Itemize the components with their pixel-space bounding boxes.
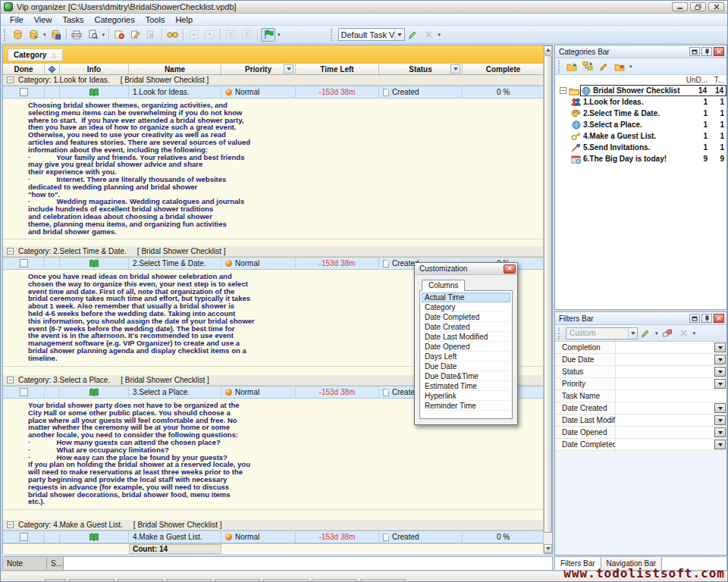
apply-filter-dropdown[interactable]: ▾ xyxy=(655,330,658,336)
date-last-modified-dropdown[interactable] xyxy=(714,415,726,425)
restore-button[interactable] xyxy=(690,2,706,11)
column-option[interactable]: Category xyxy=(422,302,510,312)
pin-panel-button[interactable] xyxy=(701,47,712,56)
completion-dropdown[interactable] xyxy=(714,343,726,352)
filters-toolbar-dropdown[interactable]: ▾ xyxy=(693,330,696,336)
column-option[interactable]: Date Completed xyxy=(422,312,510,322)
done-checkbox[interactable] xyxy=(20,388,28,396)
delete-category-button[interactable] xyxy=(613,60,627,74)
scroll-down-button[interactable] xyxy=(544,544,552,553)
due-date-dropdown[interactable] xyxy=(714,355,726,365)
move-up-button[interactable] xyxy=(202,28,217,42)
edit-task-button[interactable] xyxy=(128,28,143,42)
view-toolbar-dropdown[interactable]: ▾ xyxy=(438,32,441,38)
move-down-button[interactable] xyxy=(187,28,201,42)
save-database-button[interactable] xyxy=(49,28,63,42)
flag-view-dropdown[interactable]: ▾ xyxy=(278,32,281,38)
menu-tools[interactable]: Tools xyxy=(140,14,171,25)
column-option[interactable]: Due Date xyxy=(422,361,510,371)
apply-filter-button[interactable] xyxy=(639,327,653,340)
dialog-close-button[interactable]: ✕ xyxy=(504,264,516,274)
column-priority[interactable]: Priority xyxy=(221,64,296,74)
open-database-dropdown[interactable]: ▾ xyxy=(43,32,46,38)
clear-view-button[interactable] xyxy=(422,28,436,42)
tab-s[interactable]: S... xyxy=(47,557,64,570)
categories-toolbar-dropdown[interactable]: ▾ xyxy=(629,64,632,70)
status-dropdown[interactable] xyxy=(714,367,726,377)
float-panel-button[interactable] xyxy=(689,47,700,56)
new-category-button[interactable] xyxy=(565,60,579,74)
column-option[interactable]: Date Created xyxy=(422,322,510,332)
filter-preset-combobox[interactable]: Custom xyxy=(566,327,638,340)
task-row-4[interactable]: 4.Make a Guest List. Normal -153d 38m Cr… xyxy=(3,530,544,543)
collapse-icon[interactable]: − xyxy=(7,521,14,528)
scroll-up-button[interactable] xyxy=(544,45,552,55)
column-flag[interactable] xyxy=(45,64,60,74)
close-panel-button[interactable]: ✕ xyxy=(714,47,724,56)
open-database-button[interactable] xyxy=(27,28,41,42)
menu-categories[interactable]: Categories xyxy=(89,14,140,25)
task-view-combobox[interactable]: Default Task V xyxy=(338,28,405,41)
date-created-dropdown[interactable] xyxy=(714,403,726,413)
menu-help[interactable]: Help xyxy=(170,14,198,25)
priority-dropdown[interactable] xyxy=(714,379,726,389)
delete-task-button[interactable] xyxy=(144,28,158,42)
task-view-dropdown[interactable] xyxy=(394,29,404,40)
column-option[interactable]: Estimated Time xyxy=(422,381,510,391)
minimize-button[interactable] xyxy=(672,2,688,11)
group-header-1[interactable]: − Category: 1.Look for Ideas. [ Bridal S… xyxy=(3,75,544,86)
edit-category-button[interactable] xyxy=(597,60,611,74)
collapse-icon[interactable]: − xyxy=(7,77,14,83)
tree-item-root[interactable]: − Bridal Shower Checklist 14 14 xyxy=(555,85,726,96)
total-column[interactable]: T... xyxy=(708,76,724,84)
flag-view-button[interactable] xyxy=(261,28,275,42)
date-opened-dropdown[interactable] xyxy=(714,427,726,437)
menu-tasks[interactable]: Tasks xyxy=(57,14,89,25)
menu-view[interactable]: View xyxy=(29,14,58,25)
tree-item-1[interactable]: 1.Look for Ideas. 1 1 xyxy=(555,96,726,108)
print-preview-button[interactable] xyxy=(86,28,100,42)
filter-preset-dropdown[interactable] xyxy=(628,328,637,339)
done-checkbox[interactable] xyxy=(20,533,28,541)
float-panel-button[interactable] xyxy=(689,314,700,323)
collapse-icon[interactable]: − xyxy=(7,248,14,255)
print-dropdown[interactable]: ▾ xyxy=(102,32,105,38)
column-option[interactable]: Days Left xyxy=(422,352,510,361)
column-option[interactable]: Reminder Time xyxy=(422,401,510,411)
date-completed-dropdown[interactable] xyxy=(714,440,726,449)
tree-item-2[interactable]: 2.Select Time & Date. 1 1 xyxy=(555,108,726,119)
selected-category[interactable]: Bridal Shower Checklist 14 14 xyxy=(580,85,726,96)
new-task-button[interactable] xyxy=(112,28,127,42)
print-button[interactable] xyxy=(70,28,84,42)
new-database-button[interactable] xyxy=(11,28,25,42)
priority-filter-dropdown[interactable] xyxy=(284,64,293,74)
column-time-left[interactable]: Time Left xyxy=(296,64,379,74)
grid-vertical-scrollbar[interactable] xyxy=(543,45,552,553)
close-button[interactable] xyxy=(708,2,724,11)
close-panel-button[interactable]: ✕ xyxy=(714,314,724,323)
clear-filter-button[interactable] xyxy=(661,327,675,340)
done-checkbox[interactable] xyxy=(20,259,28,268)
column-name[interactable]: Name xyxy=(129,64,221,74)
status-filter-dropdown[interactable] xyxy=(450,64,460,74)
done-checkbox[interactable] xyxy=(20,88,28,96)
task-row-1[interactable]: 1.Look for Ideas. Normal -153d 38m Creat… xyxy=(3,86,544,99)
column-status[interactable]: Status xyxy=(379,64,463,74)
column-option[interactable]: Actual Time xyxy=(422,293,510,302)
column-option[interactable]: Due Date&Time xyxy=(422,371,510,381)
pin-panel-button[interactable] xyxy=(701,314,712,323)
tab-note[interactable]: Note xyxy=(3,557,47,570)
column-option[interactable]: Date Last Modified xyxy=(422,332,510,342)
column-option[interactable]: Hyperlink xyxy=(422,391,510,401)
column-info[interactable]: Info xyxy=(60,64,129,74)
collapse-icon[interactable]: − xyxy=(560,87,566,94)
column-done[interactable]: Done xyxy=(3,64,45,74)
tree-item-5[interactable]: 5.Send Invitations. 1 1 xyxy=(555,142,726,153)
column-option[interactable]: Date Opened xyxy=(422,342,510,352)
remove-filter-button[interactable] xyxy=(676,327,691,340)
apply-view-button[interactable] xyxy=(406,28,420,42)
group-header-2[interactable]: − Category: 2.Select Time & Date. [ Brid… xyxy=(3,246,544,257)
move-bottom-button[interactable] xyxy=(224,28,238,42)
new-subcategory-button[interactable] xyxy=(581,60,595,74)
tree-item-3[interactable]: 3.Select a Place. 1 1 xyxy=(555,119,726,130)
